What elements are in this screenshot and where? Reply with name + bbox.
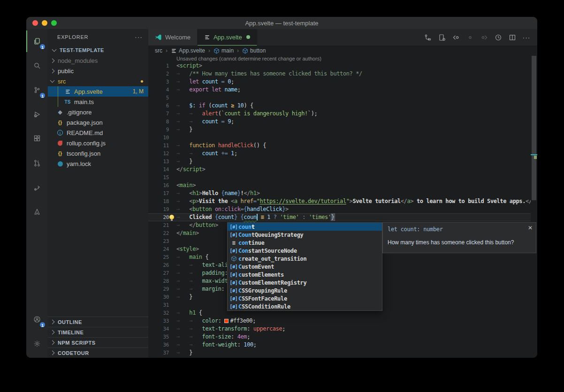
line-number: 17 xyxy=(148,189,169,197)
suggestion-continue[interactable]: ≡continue xyxy=(228,239,382,247)
breadcrumb-item-app-svelte[interactable]: App.svelte xyxy=(171,47,205,54)
editor-scrollbar[interactable] xyxy=(531,56,537,358)
codelens-annotation[interactable]: Unsaved changes (cannot determine recent… xyxy=(148,56,531,62)
tree-item-rollup-config-js[interactable]: rollup.config.js xyxy=(48,138,148,148)
code-line-10: 10 xyxy=(148,134,531,142)
symbol-variable-icon: [ø] xyxy=(229,296,238,301)
code-line-11: 11→ function handleClick() { xyxy=(148,142,531,150)
tree-item-src[interactable]: src● xyxy=(48,76,148,86)
line-number: 15 xyxy=(148,173,169,181)
breadcrumb-separator: › xyxy=(208,47,210,54)
more-actions-button[interactable]: ··· xyxy=(519,31,534,44)
suggest-widget: [ø]count[ø]CountQueuingStrategy≡continue… xyxy=(227,222,382,311)
code-editor[interactable]: Unsaved changes (cannot determine recent… xyxy=(148,56,531,358)
tab-label: App.svelte xyxy=(213,34,242,41)
code-line-12: 12→ → count += 1; xyxy=(148,150,531,158)
suggestion-label: CSSConditionRule xyxy=(238,303,290,310)
code-line-13: 13→ } xyxy=(148,158,531,166)
code-line-8: 8→ → count = 9; xyxy=(148,118,531,126)
suggestion-customelementregistry[interactable]: [ø]CustomElementRegistry xyxy=(228,279,382,286)
activity-item-liveshare[interactable] xyxy=(26,175,48,200)
activity-item-explorer[interactable]: 1 xyxy=(26,29,48,53)
suggestion-label: CustomElementRegistry xyxy=(238,279,306,286)
section-npm-scripts[interactable]: NPM SCRIPTS xyxy=(48,337,148,347)
breadcrumb-item-main[interactable]: main xyxy=(213,47,234,54)
suggestion-cssconditionrule[interactable]: [ø]CSSConditionRule xyxy=(228,302,382,310)
tree-item-readme-md[interactable]: iREADME.md xyxy=(48,128,148,138)
line-number: 36 xyxy=(148,341,169,349)
line-number: 12 xyxy=(148,150,169,158)
activity-item-run-debug[interactable] xyxy=(26,102,48,127)
tree-item--gitignore[interactable]: ◆.gitignore xyxy=(48,107,148,117)
scrollbar-slider[interactable] xyxy=(532,56,536,200)
line-number: 25 xyxy=(148,253,169,261)
overview-ruler-mark-2 xyxy=(534,156,537,159)
suggestion-customelements[interactable]: [ø]customElements xyxy=(228,271,382,279)
close-icon[interactable]: ✕ xyxy=(528,225,533,231)
nav-dot-button[interactable] xyxy=(463,31,477,44)
line-number: 6 xyxy=(148,102,169,110)
nav-back-button[interactable] xyxy=(449,31,463,44)
section-outline[interactable]: OUTLINE xyxy=(48,317,148,327)
split-editor-button[interactable] xyxy=(505,31,519,44)
suggestion-countqueuingstrategy[interactable]: [ø]CountQueuingStrategy xyxy=(228,231,382,239)
tree-item-node-modules[interactable]: node_modules xyxy=(48,55,148,66)
activity-item-settings[interactable] xyxy=(26,332,48,356)
suggestion-cssgroupingrule[interactable]: [ø]CSSGroupingRule xyxy=(228,286,382,294)
tab-app-svelte[interactable]: App.svelte xyxy=(198,29,257,45)
suggestion-label: CSSGroupingRule xyxy=(238,287,287,294)
breadcrumb-item-src[interactable]: src xyxy=(155,47,162,54)
tree-item-package-json[interactable]: {}package.json xyxy=(48,117,148,128)
vscode-icon xyxy=(155,34,162,41)
breadcrumb-item-button[interactable]: button xyxy=(242,47,266,54)
suggestion-customevent[interactable]: [ø]CustomEvent xyxy=(228,263,382,271)
symbol-variable-icon: [ø] xyxy=(229,280,238,285)
line-number: 4 xyxy=(148,86,169,94)
editor-group[interactable]: WelcomeApp.svelte ··· src›App.svelte›mai… xyxy=(148,29,537,358)
file-label: yarn.lock xyxy=(67,160,91,167)
activity-item-github-pr[interactable] xyxy=(26,151,48,175)
symbol-module-icon xyxy=(229,256,238,262)
chevron-right-icon xyxy=(50,351,55,355)
run-button[interactable] xyxy=(491,31,505,44)
tree-item-main-ts[interactable]: TSmain.ts xyxy=(48,97,148,107)
activity-item-search[interactable] xyxy=(26,53,48,78)
code-line-5: 5 xyxy=(148,94,531,102)
nav-forward-button[interactable] xyxy=(477,31,491,44)
activity-item-azure[interactable] xyxy=(26,200,48,224)
section-timeline[interactable]: TIMELINE xyxy=(48,327,148,337)
yarn-file-icon xyxy=(56,161,64,166)
activity-item-accounts[interactable]: 1 xyxy=(26,307,48,332)
explorer-more-actions-button[interactable]: ··· xyxy=(135,33,143,41)
suggestion-cssfontfacerule[interactable]: [ø]CSSFontFaceRule xyxy=(228,294,382,302)
line-number: 8 xyxy=(148,118,169,126)
line-number: 19 xyxy=(148,205,169,213)
overview-ruler-mark xyxy=(531,154,537,155)
extensions-icon xyxy=(33,135,41,143)
activity-item-source-control[interactable]: 1 xyxy=(26,78,48,102)
code-line-14: 14</script> xyxy=(148,166,531,173)
file-label: .gitignore xyxy=(67,109,91,116)
tab-welcome[interactable]: Welcome xyxy=(148,29,198,45)
suggestion-count[interactable]: [ø]count xyxy=(228,223,382,231)
tree-item-yarn-lock[interactable]: yarn.lock xyxy=(48,158,148,169)
git-graph-button[interactable] xyxy=(421,31,435,44)
braces-file-icon: {} xyxy=(56,151,64,156)
activity-item-extensions[interactable] xyxy=(26,127,48,151)
line-number: 11 xyxy=(148,142,169,150)
vscode-window: App.svelte — test-template 11 1 EXPLORER… xyxy=(26,17,537,358)
section-codetour[interactable]: CODETOUR xyxy=(48,347,148,358)
github-pr-icon xyxy=(33,159,41,167)
open-changes-button[interactable] xyxy=(435,31,449,44)
line-number: 28 xyxy=(148,277,169,285)
lightbulb-icon[interactable] xyxy=(169,215,174,219)
workspace-root-folder[interactable]: TEST-TEMPLATE xyxy=(48,45,148,55)
chevron-right-icon xyxy=(50,340,55,345)
suggestion-create_out_transition[interactable]: create_out_transition xyxy=(228,255,382,263)
chevron-right-icon xyxy=(50,320,55,324)
tree-item-app-svelte[interactable]: App.svelte1, M xyxy=(48,86,148,97)
suggestion-constantsourcenode[interactable]: [ø]ConstantSourceNode xyxy=(228,247,382,255)
tree-item-tsconfig-json[interactable]: {}tsconfig.json xyxy=(48,148,148,158)
code-line-35: 35→ → font-size: 4em; xyxy=(148,333,531,341)
tree-item-public[interactable]: public xyxy=(48,66,148,76)
